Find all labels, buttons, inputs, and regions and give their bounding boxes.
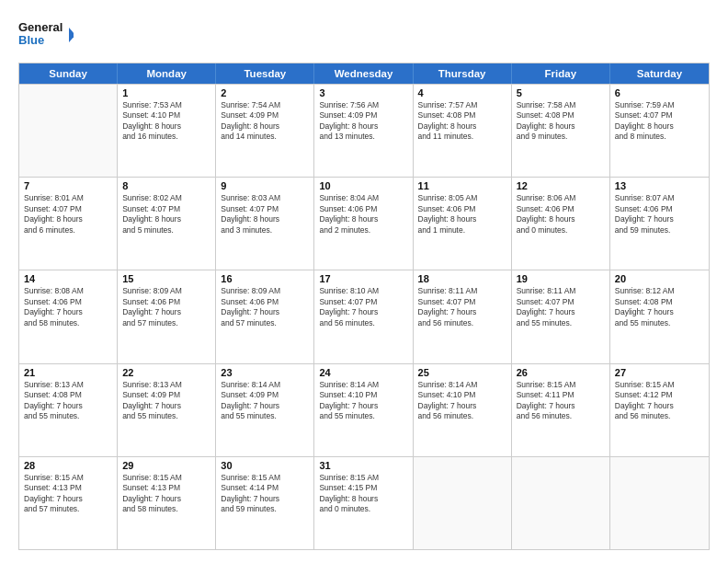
cell-line-0: Sunrise: 8:12 AM — [615, 286, 704, 296]
calendar-body: 1Sunrise: 7:53 AMSunset: 4:10 PMDaylight… — [19, 84, 709, 549]
calendar-day-empty — [414, 457, 512, 549]
calendar-day-31: 31Sunrise: 8:15 AMSunset: 4:15 PMDayligh… — [314, 457, 413, 549]
cell-line-1: Sunset: 4:09 PM — [319, 110, 407, 121]
cell-line-3: and 59 minutes. — [615, 225, 704, 236]
cell-line-0: Sunrise: 8:14 AM — [221, 380, 309, 390]
cell-line-3: and 57 minutes. — [221, 318, 309, 328]
cell-line-3: and 55 minutes. — [24, 411, 112, 421]
day-number: 7 — [24, 180, 112, 191]
calendar-day-27: 27Sunrise: 8:15 AMSunset: 4:12 PMDayligh… — [610, 364, 709, 456]
cell-line-3: and 59 minutes. — [221, 504, 309, 514]
calendar-day-empty — [512, 457, 610, 549]
cell-line-1: Sunset: 4:06 PM — [517, 204, 605, 214]
cell-line-1: Sunset: 4:10 PM — [418, 390, 506, 400]
calendar-week-5: 28Sunrise: 8:15 AMSunset: 4:13 PMDayligh… — [19, 456, 709, 549]
cell-line-2: Daylight: 8 hours — [319, 214, 407, 224]
cell-line-1: Sunset: 4:07 PM — [517, 297, 605, 307]
cell-line-1: Sunset: 4:06 PM — [319, 204, 407, 214]
day-number: 25 — [418, 367, 506, 378]
calendar-week-4: 21Sunrise: 8:13 AMSunset: 4:08 PMDayligh… — [19, 363, 709, 456]
cell-line-0: Sunrise: 8:15 AM — [319, 473, 407, 483]
cell-line-0: Sunrise: 7:58 AM — [517, 100, 605, 110]
day-number: 22 — [122, 367, 210, 378]
cell-line-2: Daylight: 7 hours — [615, 307, 704, 317]
calendar-day-7: 7Sunrise: 8:01 AMSunset: 4:07 PMDaylight… — [19, 178, 118, 270]
calendar-day-25: 25Sunrise: 8:14 AMSunset: 4:10 PMDayligh… — [414, 364, 512, 456]
cell-line-1: Sunset: 4:08 PM — [24, 390, 112, 400]
cell-line-1: Sunset: 4:06 PM — [221, 297, 309, 307]
cell-line-1: Sunset: 4:08 PM — [517, 110, 605, 121]
cell-line-0: Sunrise: 8:15 AM — [122, 473, 210, 483]
cell-line-0: Sunrise: 8:03 AM — [221, 193, 309, 203]
day-number: 4 — [418, 87, 506, 98]
day-number: 13 — [615, 180, 704, 191]
calendar-day-11: 11Sunrise: 8:05 AMSunset: 4:06 PMDayligh… — [414, 178, 512, 270]
calendar-day-26: 26Sunrise: 8:15 AMSunset: 4:11 PMDayligh… — [512, 364, 610, 456]
calendar-day-8: 8Sunrise: 8:02 AMSunset: 4:07 PMDaylight… — [118, 178, 216, 270]
cell-line-0: Sunrise: 8:14 AM — [319, 380, 407, 390]
cell-line-2: Daylight: 7 hours — [418, 307, 506, 317]
day-number: 11 — [418, 180, 506, 191]
cell-line-3: and 9 minutes. — [517, 132, 605, 142]
cell-line-3: and 2 minutes. — [319, 225, 407, 236]
cell-line-1: Sunset: 4:08 PM — [418, 110, 506, 121]
cell-line-1: Sunset: 4:15 PM — [319, 483, 407, 493]
cell-line-1: Sunset: 4:06 PM — [418, 204, 506, 214]
cell-line-1: Sunset: 4:14 PM — [221, 483, 309, 493]
day-number: 6 — [615, 87, 704, 98]
cell-line-2: Daylight: 7 hours — [221, 401, 309, 411]
calendar-day-6: 6Sunrise: 7:59 AMSunset: 4:07 PMDaylight… — [610, 85, 709, 177]
day-number: 26 — [517, 367, 605, 378]
svg-text:Blue: Blue — [18, 33, 44, 47]
day-number: 17 — [319, 273, 407, 284]
cell-line-0: Sunrise: 8:04 AM — [319, 193, 407, 203]
cell-line-0: Sunrise: 8:02 AM — [122, 193, 210, 203]
cell-line-2: Daylight: 7 hours — [319, 401, 407, 411]
calendar-day-22: 22Sunrise: 8:13 AMSunset: 4:09 PMDayligh… — [118, 364, 216, 456]
cell-line-2: Daylight: 8 hours — [319, 121, 407, 132]
cell-line-0: Sunrise: 8:13 AM — [24, 380, 112, 390]
calendar-header-cell: Wednesday — [314, 63, 413, 84]
calendar-week-2: 7Sunrise: 8:01 AMSunset: 4:07 PMDaylight… — [19, 177, 709, 270]
calendar-day-10: 10Sunrise: 8:04 AMSunset: 4:06 PMDayligh… — [314, 178, 413, 270]
cell-line-3: and 56 minutes. — [418, 318, 506, 328]
cell-line-1: Sunset: 4:07 PM — [418, 297, 506, 307]
calendar-day-21: 21Sunrise: 8:13 AMSunset: 4:08 PMDayligh… — [19, 364, 118, 456]
day-number: 16 — [221, 273, 309, 284]
day-number: 9 — [221, 180, 309, 191]
cell-line-0: Sunrise: 8:15 AM — [615, 380, 704, 390]
cell-line-1: Sunset: 4:06 PM — [24, 297, 112, 307]
cell-line-2: Daylight: 7 hours — [24, 401, 112, 411]
calendar-day-18: 18Sunrise: 8:11 AMSunset: 4:07 PMDayligh… — [414, 270, 512, 362]
calendar-week-1: 1Sunrise: 7:53 AMSunset: 4:10 PMDaylight… — [19, 84, 709, 177]
cell-line-0: Sunrise: 8:01 AM — [24, 193, 112, 203]
cell-line-3: and 8 minutes. — [615, 132, 704, 142]
day-number: 12 — [517, 180, 605, 191]
day-number: 14 — [24, 273, 112, 284]
cell-line-3: and 56 minutes. — [615, 411, 704, 421]
cell-line-1: Sunset: 4:07 PM — [319, 297, 407, 307]
calendar-day-16: 16Sunrise: 8:09 AMSunset: 4:06 PMDayligh… — [216, 270, 314, 362]
cell-line-3: and 56 minutes. — [418, 411, 506, 421]
calendar-header-cell: Tuesday — [216, 63, 314, 84]
day-number: 27 — [615, 367, 704, 378]
day-number: 29 — [122, 460, 210, 471]
cell-line-1: Sunset: 4:08 PM — [615, 297, 704, 307]
day-number: 5 — [517, 87, 605, 98]
cell-line-0: Sunrise: 8:09 AM — [122, 286, 210, 296]
cell-line-2: Daylight: 8 hours — [517, 121, 605, 132]
cell-line-3: and 16 minutes. — [122, 132, 210, 142]
cell-line-0: Sunrise: 7:54 AM — [221, 100, 309, 110]
cell-line-0: Sunrise: 8:15 AM — [517, 380, 605, 390]
calendar-header-cell: Monday — [118, 63, 216, 84]
cell-line-3: and 14 minutes. — [221, 132, 309, 142]
calendar-day-20: 20Sunrise: 8:12 AMSunset: 4:08 PMDayligh… — [610, 270, 709, 362]
calendar-day-15: 15Sunrise: 8:09 AMSunset: 4:06 PMDayligh… — [118, 270, 216, 362]
cell-line-2: Daylight: 7 hours — [615, 214, 704, 224]
day-number: 1 — [122, 87, 210, 98]
cell-line-1: Sunset: 4:06 PM — [122, 297, 210, 307]
day-number: 18 — [418, 273, 506, 284]
logo: General Blue — [18, 17, 74, 53]
day-number: 30 — [221, 460, 309, 471]
day-number: 21 — [24, 367, 112, 378]
